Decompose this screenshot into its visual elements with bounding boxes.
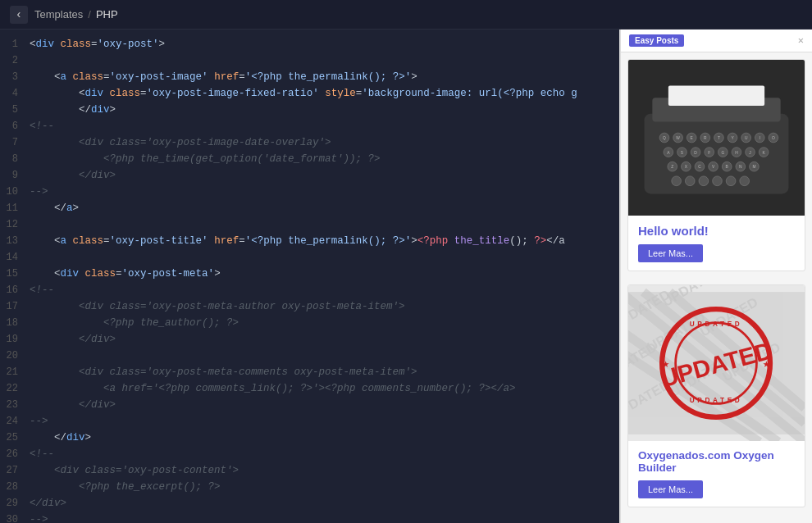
- code-line: 12: [0, 216, 619, 233]
- code-line: 28 <?php the_excerpt(); ?>: [0, 479, 619, 495]
- updated-stamp-bg: UPDATED UPDATED UPDATED UPDATED UPDATED …: [628, 285, 805, 441]
- code-content[interactable]: 1 <div class='oxy-post'> 2 3 <a class='o…: [0, 30, 619, 523]
- svg-point-31: [726, 176, 736, 186]
- svg-text:R: R: [704, 136, 707, 140]
- post-info-1: Hello world! Leer Mas...: [628, 216, 805, 271]
- svg-point-32: [740, 176, 750, 186]
- code-line: 11 </a>: [0, 200, 619, 216]
- typewriter-image: QWE RTY UIO ASD FGH JK ZXC VBN M: [628, 60, 805, 216]
- back-button[interactable]: ‹: [10, 6, 28, 24]
- post-info-2: Oxygenados.com Oxygen Builder Leer Mas..…: [628, 441, 805, 507]
- code-line: 10 -->: [0, 184, 619, 200]
- code-line: 14: [0, 249, 619, 266]
- typewriter-svg: QWE RTY UIO ASD FGH JK ZXC VBN M: [628, 64, 805, 211]
- svg-text:B: B: [726, 165, 728, 169]
- svg-text:M: M: [752, 165, 755, 169]
- read-more-button-1[interactable]: Leer Mas...: [638, 244, 703, 262]
- code-line: 15 <div class='oxy-post-meta'>: [0, 266, 619, 282]
- breadcrumb: Templates / PHP: [34, 8, 118, 20]
- svg-point-28: [685, 176, 695, 186]
- easy-posts-badge: Easy Posts: [629, 34, 684, 47]
- code-line: 2: [0, 52, 619, 69]
- code-line: 5 </div>: [0, 102, 619, 118]
- svg-text:G: G: [721, 151, 724, 155]
- main-layout: 1 <div class='oxy-post'> 2 3 <a class='o…: [0, 30, 812, 523]
- post-image-1: QWE RTY UIO ASD FGH JK ZXC VBN M: [628, 60, 805, 216]
- post-card-2: UPDATED UPDATED UPDATED UPDATED UPDATED …: [627, 284, 805, 507]
- code-line: 19 </div>: [0, 331, 619, 348]
- code-line: 27 <div class='oxy-post-content'>: [0, 462, 619, 479]
- post-image-2: UPDATED UPDATED UPDATED UPDATED UPDATED …: [628, 285, 805, 441]
- code-line: 20: [0, 348, 619, 364]
- code-line: 26 <!--: [0, 446, 619, 462]
- svg-text:W: W: [676, 136, 680, 140]
- svg-text:UPDATED: UPDATED: [690, 321, 743, 328]
- breadcrumb-separator: /: [88, 8, 91, 20]
- code-line: 8 <?php the_time(get_option('date_format…: [0, 151, 619, 167]
- code-line: 24 -->: [0, 413, 619, 430]
- code-line: 1 <div class='oxy-post'>: [0, 36, 619, 52]
- svg-text:C: C: [698, 165, 701, 169]
- svg-text:T: T: [718, 136, 720, 140]
- sidebar-header: Easy Posts ✕: [621, 30, 812, 52]
- breadcrumb-parent: Templates: [34, 8, 83, 20]
- post-card-1: QWE RTY UIO ASD FGH JK ZXC VBN M: [627, 59, 805, 271]
- header: ‹ Templates / PHP: [0, 0, 812, 30]
- svg-rect-2: [668, 85, 764, 105]
- code-line: 22 <a href='<?php comments_link(); ?>'><…: [0, 380, 619, 397]
- svg-text:N: N: [739, 165, 742, 169]
- code-line: 13 <a class='oxy-post-title' href='<?php…: [0, 233, 619, 249]
- breadcrumb-current: PHP: [96, 8, 118, 20]
- code-editor[interactable]: 1 <div class='oxy-post'> 2 3 <a class='o…: [0, 30, 619, 523]
- code-line: 17 <div class='oxy-post-meta-author oxy-…: [0, 298, 619, 315]
- code-line: 18 <?php the_author(); ?>: [0, 315, 619, 331]
- svg-text:UPDATED: UPDATED: [690, 397, 743, 404]
- code-line: 25 </div>: [0, 430, 619, 446]
- svg-point-27: [672, 176, 682, 186]
- svg-text:H: H: [735, 151, 738, 155]
- right-panel: Easy Posts ✕: [619, 30, 812, 523]
- code-line: 9 </div>: [0, 167, 619, 184]
- code-line: 6 <!--: [0, 118, 619, 134]
- code-line: 29 </div>: [0, 495, 619, 512]
- svg-text:F: F: [708, 151, 710, 155]
- code-line: 16 <!--: [0, 282, 619, 298]
- code-line: 21 <div class='oxy-post-meta-comments ox…: [0, 364, 619, 380]
- svg-text:D: D: [694, 151, 697, 155]
- svg-text:U: U: [745, 136, 748, 140]
- updated-stamp-svg: UPDATED UPDATED UPDATED UPDATED UPDATED …: [628, 285, 805, 441]
- svg-text:Q: Q: [663, 136, 666, 140]
- post-title-2: Oxygenados.com Oxygen Builder: [638, 449, 795, 474]
- svg-text:I: I: [760, 136, 760, 140]
- svg-point-29: [699, 176, 709, 186]
- svg-text:O: O: [772, 136, 775, 140]
- svg-point-30: [713, 176, 723, 186]
- code-line: 7 <div class='oxy-post-image-date-overla…: [0, 134, 619, 151]
- post-title-1: Hello world!: [638, 224, 795, 238]
- code-line: 3 <a class='oxy-post-image' href='<?php …: [0, 69, 619, 85]
- read-more-button-2[interactable]: Leer Mas...: [638, 480, 703, 498]
- code-line: 23 </div>: [0, 397, 619, 413]
- code-line: 30 -->: [0, 512, 619, 523]
- svg-text:Z: Z: [671, 165, 673, 169]
- code-line: 4 <div class='oxy-post-image-fixed-ratio…: [0, 85, 619, 102]
- close-icon[interactable]: ✕: [798, 34, 804, 47]
